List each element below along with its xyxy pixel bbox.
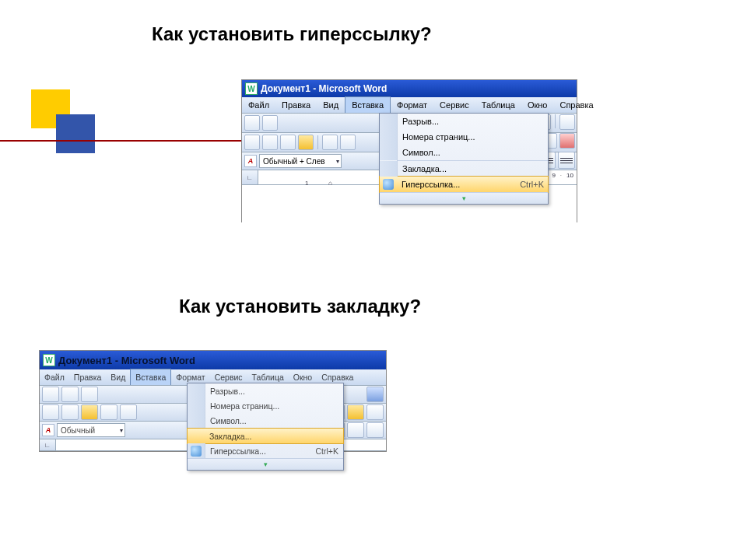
toolbar-button[interactable] bbox=[366, 422, 384, 438]
deco-square-blue bbox=[56, 114, 95, 153]
menuitem-icon bbox=[188, 413, 205, 428]
menuitem-symbol[interactable]: Символ... bbox=[380, 145, 548, 160]
shortcut-label: Ctrl+K bbox=[514, 180, 544, 189]
menuitem-hyperlink[interactable]: Гиперссылка... Ctrl+K bbox=[379, 176, 549, 193]
menuitem-page-numbers[interactable]: Номера страниц... bbox=[380, 129, 548, 145]
align-justify-button[interactable] bbox=[558, 152, 575, 169]
toolbar-button[interactable] bbox=[81, 404, 98, 420]
menu-format[interactable]: Формат bbox=[391, 97, 433, 113]
insert-menu-dropdown: Разрыв... Номера страниц... Символ... За… bbox=[187, 383, 344, 471]
style-dropdown[interactable]: Обычный + Слев bbox=[259, 154, 342, 168]
toolbar-button[interactable] bbox=[322, 135, 338, 150]
toolbar-button[interactable] bbox=[340, 135, 356, 150]
word-window-bookmark: W Документ1 - Microsoft Word Файл Правка… bbox=[39, 350, 385, 494]
menuitem-bookmark[interactable]: Закладка... bbox=[380, 161, 548, 177]
toolbar-button[interactable] bbox=[61, 404, 79, 420]
menu-view[interactable]: Вид bbox=[317, 97, 345, 113]
chevron-down-icon: ▾ bbox=[264, 460, 268, 468]
word-window-hyperlink: W Документ1 - Microsoft Word Файл Правка… bbox=[241, 79, 577, 222]
title-text: Документ1 - Microsoft Word bbox=[261, 83, 387, 94]
menu-help[interactable]: Справка bbox=[553, 97, 599, 113]
toolbar-button[interactable] bbox=[366, 404, 384, 420]
toolbar-button[interactable] bbox=[120, 404, 137, 420]
title-text: Документ1 - Microsoft Word bbox=[58, 355, 195, 366]
styles-icon[interactable]: A bbox=[42, 424, 54, 436]
menuitem-break[interactable]: Разрыв... bbox=[188, 383, 343, 398]
toolbar-button[interactable] bbox=[262, 115, 278, 131]
toolbar-button[interactable] bbox=[262, 135, 278, 150]
toolbar-button[interactable] bbox=[81, 387, 98, 402]
menu-insert[interactable]: Вставка bbox=[345, 96, 391, 113]
toolbar-separator bbox=[317, 135, 318, 149]
toolbar-button[interactable] bbox=[244, 135, 260, 150]
word-app-icon: W bbox=[43, 354, 55, 366]
toolbar-separator bbox=[555, 114, 556, 128]
globe-icon bbox=[188, 443, 205, 458]
toolbar-button[interactable] bbox=[42, 387, 59, 402]
menu-file[interactable]: Файл bbox=[242, 97, 275, 113]
style-dropdown[interactable]: Обычный bbox=[57, 423, 125, 437]
menuitem-icon bbox=[380, 145, 398, 160]
toolbar-button[interactable] bbox=[61, 387, 79, 402]
menu-bar: Файл Правка Вид Вставка Формат Сервис Та… bbox=[242, 97, 577, 114]
title-bar: W Документ1 - Microsoft Word bbox=[40, 351, 386, 369]
globe-icon bbox=[380, 177, 397, 192]
word-app-icon: W bbox=[245, 82, 258, 95]
toolbar-button[interactable] bbox=[244, 115, 260, 131]
heading-bookmark: Как установить закладку? bbox=[179, 296, 421, 317]
menu-view[interactable]: Вид bbox=[106, 369, 130, 385]
deco-divider bbox=[0, 140, 241, 142]
menuitem-icon bbox=[380, 129, 398, 145]
menu-window[interactable]: Окно bbox=[521, 97, 554, 113]
menuitem-break[interactable]: Разрыв... bbox=[380, 114, 548, 129]
menuitem-icon bbox=[188, 383, 205, 398]
menuitem-symbol[interactable]: Символ... bbox=[188, 413, 343, 428]
shortcut-label: Ctrl+K bbox=[310, 446, 338, 456]
menu-expand-chevron[interactable]: ▾ bbox=[380, 192, 548, 204]
menuitem-icon bbox=[188, 429, 205, 443]
toolbar-button[interactable] bbox=[298, 135, 314, 150]
ruler-tab-button[interactable]: ∟ bbox=[40, 439, 56, 450]
toolbar-button[interactable] bbox=[347, 404, 364, 420]
toolbar-button[interactable] bbox=[347, 422, 364, 438]
menuitem-icon bbox=[380, 114, 398, 129]
title-bar: W Документ1 - Microsoft Word bbox=[242, 80, 577, 97]
toolbar-button[interactable] bbox=[559, 133, 575, 149]
menu-tools[interactable]: Сервис bbox=[433, 97, 475, 113]
toolbar-button[interactable] bbox=[280, 135, 296, 150]
menuitem-icon bbox=[380, 161, 398, 177]
toolbar-button[interactable] bbox=[42, 404, 59, 420]
menuitem-hyperlink[interactable]: Гиперссылка... Ctrl+K bbox=[188, 443, 343, 458]
menuitem-bookmark[interactable]: Закладка... bbox=[187, 428, 344, 444]
heading-hyperlink: Как установить гиперссылку? bbox=[152, 23, 432, 45]
menu-expand-chevron[interactable]: ▾ bbox=[188, 458, 343, 470]
menu-edit[interactable]: Правка bbox=[69, 369, 106, 385]
toolbar-button[interactable] bbox=[559, 114, 575, 130]
styles-icon[interactable]: A bbox=[244, 155, 257, 167]
menu-edit[interactable]: Правка bbox=[275, 97, 317, 113]
toolbar-button[interactable] bbox=[366, 387, 384, 402]
insert-menu-dropdown: Разрыв... Номера страниц... Символ... За… bbox=[379, 113, 549, 205]
toolbar-button[interactable] bbox=[100, 404, 117, 420]
menuitem-page-numbers[interactable]: Номера страниц... bbox=[188, 398, 343, 413]
menu-table[interactable]: Таблица bbox=[475, 97, 521, 113]
chevron-down-icon: ▾ bbox=[462, 194, 466, 202]
slide-decoration bbox=[31, 89, 93, 152]
menu-file[interactable]: Файл bbox=[40, 369, 69, 385]
menuitem-icon bbox=[188, 398, 205, 413]
menu-insert[interactable]: Вставка bbox=[130, 369, 171, 385]
ruler-tab-button[interactable]: ∟ bbox=[242, 170, 258, 184]
